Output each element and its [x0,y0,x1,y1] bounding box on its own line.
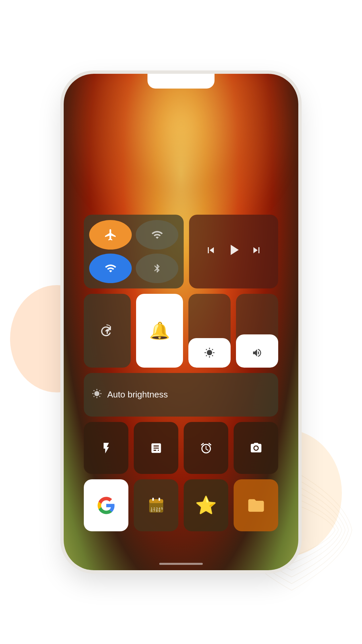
wifi-button[interactable] [89,254,132,283]
volume-slider[interactable] [236,294,278,368]
files-app-button[interactable] [234,479,278,531]
media-player-block[interactable] [189,215,278,288]
connectivity-block[interactable] [84,215,184,288]
phone-screen: 🔔 [64,74,298,570]
volume-icon [252,347,262,368]
screen-rotation-lock-button[interactable] [84,294,131,368]
notes-app-button[interactable]: 1 2 3 4 5 6 7 8 9 [134,479,178,531]
media-rewind-button[interactable] [205,244,217,259]
row-apps: 1 2 3 4 5 6 7 8 9 ⭐ [84,479,278,531]
auto-brightness-button[interactable]: Auto brightness [84,373,278,417]
row-connectivity-media [84,215,278,288]
svg-text:6 7 8 9: 6 7 8 9 [150,509,160,512]
calculator-button[interactable] [134,422,178,474]
superstar-app-button[interactable]: ⭐ [184,479,228,531]
notification-bell-button[interactable]: 🔔 [136,294,183,368]
svg-point-0 [254,446,257,449]
row-tools [84,422,278,474]
camera-button[interactable] [234,422,278,474]
bluetooth-button[interactable] [136,254,178,283]
alarm-button[interactable] [184,422,228,474]
sun-icon [92,389,102,401]
brightness-icon [204,347,215,368]
media-play-button[interactable] [225,241,242,262]
svg-rect-4 [159,497,160,500]
home-indicator [159,563,203,565]
svg-rect-2 [149,499,163,503]
svg-rect-3 [152,497,154,500]
cellular-button[interactable] [136,220,178,250]
phone-frame: 🔔 [64,74,298,570]
media-forward-button[interactable] [250,244,262,259]
row-lock-bell-sliders: 🔔 [84,294,278,368]
airplane-mode-button[interactable] [89,220,132,250]
brightness-slider[interactable] [188,294,231,368]
row-auto-brightness: Auto brightness [84,373,278,417]
flashlight-button[interactable] [84,422,128,474]
auto-brightness-label: Auto brightness [107,389,168,400]
google-app-button[interactable] [84,479,128,531]
phone-notch [147,74,215,89]
control-center: 🔔 [84,215,278,543]
